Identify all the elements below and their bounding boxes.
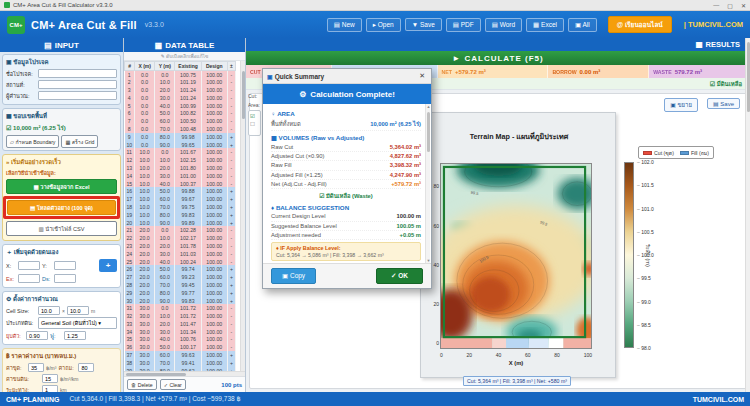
- table-row[interactable]: 1310.020.0101.80100.00-: [125, 164, 236, 172]
- create-grid-button[interactable]: ▦ สร้าง Grid: [61, 135, 98, 148]
- leftover-checkbox[interactable]: ☑ มีดินเหลือ: [710, 79, 742, 89]
- cell-x-input[interactable]: [38, 306, 60, 315]
- table-row[interactable]: 60.050.0100.82100.00-: [125, 109, 236, 117]
- table-vertical-scrollbar[interactable]: [240, 61, 245, 371]
- table-row[interactable]: 80.070.0100.48100.00-: [125, 125, 236, 133]
- table-row[interactable]: 3430.030.0101.34100.00-: [125, 328, 236, 336]
- table-row[interactable]: 50.040.0100.99100.00-: [125, 102, 236, 110]
- expand-map-button[interactable]: ▣ ขยาย: [664, 98, 698, 112]
- pdf-button[interactable]: ▤ PDF: [446, 18, 481, 32]
- table-row[interactable]: 2120.00.0102.28100.00-: [125, 226, 236, 234]
- distance-input[interactable]: [42, 385, 58, 392]
- area-checkbox[interactable]: ☑: [6, 125, 11, 131]
- all-button[interactable]: ▣ All: [568, 18, 597, 32]
- summary-row: พื้นที่ทั้งหมด10,000 m² (6.25 ไร่): [271, 118, 421, 131]
- dialog-footer: ▣ Copy ✓ OK: [263, 263, 431, 288]
- cell-y-input[interactable]: [67, 306, 89, 315]
- paste-excel-button[interactable]: ▦ วางข้อมูลจาก Excel: [6, 179, 117, 194]
- table-row[interactable]: 1510.040.0100.37100.00-: [125, 180, 236, 188]
- dialog-scrollbar[interactable]: ▲▼: [425, 104, 430, 263]
- table-row[interactable]: 1810.070.099.75100.00+: [125, 203, 236, 211]
- table-row[interactable]: 2010.090.099.89100.00+: [125, 219, 236, 227]
- table-row[interactable]: 40.030.0101.24100.00-: [125, 94, 236, 102]
- table-row[interactable]: 3330.020.0101.47100.00-: [125, 320, 236, 328]
- table-row[interactable]: 2920.080.099.77100.00+: [125, 289, 236, 297]
- table-row[interactable]: 30.020.0101.24100.00-: [125, 86, 236, 94]
- close-icon[interactable]: ✕: [741, 2, 746, 9]
- fill-price-input[interactable]: [78, 363, 94, 372]
- app-header: CM+ CM+ Area Cut & Fill v3.3.0 ▤ New▸ Op…: [0, 11, 750, 38]
- strip-borrow: BORROW0.00 m³: [548, 65, 649, 78]
- add-point-button[interactable]: +: [99, 259, 117, 272]
- import-csv-button[interactable]: ▥ นำเข้าไฟล์ CSV: [6, 221, 117, 236]
- table-row[interactable]: 1410.030.0101.00100.00-: [125, 172, 236, 180]
- minimize-icon[interactable]: —: [713, 2, 719, 9]
- table-row[interactable]: 3020.090.099.83100.00+: [125, 297, 236, 305]
- haul-price-input[interactable]: [42, 374, 58, 383]
- ok-button[interactable]: ✓ OK: [376, 268, 423, 284]
- set-boundary-button[interactable]: ▱ กำหนด Boundary: [6, 135, 59, 148]
- table-row[interactable]: 90.080.099.98100.00+: [125, 133, 236, 141]
- word-button[interactable]: ▤ Word: [485, 18, 522, 32]
- y-input[interactable]: [54, 261, 76, 270]
- col-header: Y (m): [155, 62, 175, 71]
- promo-button[interactable]: @ เรียนออนไลน์: [608, 16, 672, 33]
- terrain-contour-plot[interactable]: 100.5 99.5 99.5 020406080: [440, 163, 592, 349]
- table-row[interactable]: 2520.040.0100.24100.00-: [125, 258, 236, 266]
- table-row[interactable]: 1710.060.099.67100.00+: [125, 195, 236, 203]
- project-field-input-1[interactable]: [38, 80, 117, 89]
- table-row[interactable]: 20.010.0101.19100.00-: [125, 78, 236, 86]
- project-field-label: สถานที่:: [6, 81, 36, 89]
- existing-input[interactable]: [18, 274, 40, 283]
- table-row[interactable]: 2320.020.0101.78100.00-: [125, 242, 236, 250]
- brand-link[interactable]: TUMCIVIL.COM: [684, 20, 743, 29]
- x-tick: 60: [525, 352, 531, 358]
- load-sample-button[interactable]: ▤ โหลดตัวอย่าง (100 จุด): [7, 200, 116, 215]
- existing-label: Ex:: [6, 276, 16, 282]
- table-row[interactable]: 10.00.0100.75100.00-: [125, 71, 236, 79]
- copy-button[interactable]: ▣ Copy: [271, 268, 316, 284]
- clear-table-button[interactable]: ✓ Clear: [160, 379, 186, 390]
- table-row[interactable]: 2620.050.099.74100.00+: [125, 265, 236, 273]
- table-row[interactable]: 100.090.099.65100.00+: [125, 141, 236, 149]
- table-row[interactable]: 3830.070.099.41100.00+: [125, 359, 236, 367]
- cut-price-input[interactable]: [28, 363, 44, 372]
- col-header: X (m): [135, 62, 155, 71]
- table-row[interactable]: 70.060.0100.50100.00-: [125, 117, 236, 125]
- project-field-input-0[interactable]: [38, 69, 117, 78]
- excel-button[interactable]: ▦ Excel: [526, 18, 564, 32]
- delete-row-button[interactable]: 🗑 Delete: [127, 379, 157, 390]
- table-row[interactable]: 3630.050.0100.17100.00-: [125, 343, 236, 351]
- dialog-close-icon[interactable]: ✕: [417, 72, 427, 80]
- maximize-icon[interactable]: ▢: [727, 2, 733, 9]
- results-scrollbar[interactable]: [745, 38, 750, 392]
- table-row[interactable]: 1210.010.0102.15100.00-: [125, 156, 236, 164]
- table-row[interactable]: 2820.070.099.45100.00+: [125, 281, 236, 289]
- open-button[interactable]: ▸ Open: [366, 18, 401, 32]
- design-input[interactable]: [54, 274, 76, 283]
- table-horizontal-scrollbar[interactable]: [124, 371, 245, 376]
- shrink-input[interactable]: [26, 331, 48, 340]
- swell-input[interactable]: [64, 331, 86, 340]
- x-input[interactable]: [18, 261, 40, 270]
- new-button[interactable]: ▤ New: [327, 18, 362, 32]
- table-row[interactable]: 2220.010.0102.17100.00-: [125, 234, 236, 242]
- table-row[interactable]: 2420.030.0101.03100.00-: [125, 250, 236, 258]
- project-info-section: ▣ ข้อมูลโปรเจค ชื่อโปรเจค:สถานที่:ผู้คำน…: [2, 54, 121, 105]
- save-button[interactable]: ▼ Save: [405, 18, 442, 31]
- soil-type-select[interactable]: General Soil (ดินทั่วไป) ▾: [38, 317, 117, 329]
- table-row[interactable]: 3730.060.099.63100.00+: [125, 351, 236, 359]
- points-table[interactable]: #X (m)Y (m)ExistingDesign± 10.00.0100.75…: [124, 61, 236, 371]
- table-row[interactable]: 1610.050.099.88100.00+: [125, 187, 236, 195]
- project-field-input-2[interactable]: [38, 91, 117, 100]
- save-map-button[interactable]: ▤ Save: [707, 98, 740, 109]
- table-row[interactable]: 1110.00.0101.67100.00-: [125, 148, 236, 156]
- table-row[interactable]: 3530.040.0100.76100.00-: [125, 336, 236, 344]
- calculate-button[interactable]: ► CALCULATE (F5): [246, 51, 750, 65]
- table-row[interactable]: 3230.010.0101.72100.00-: [125, 312, 236, 320]
- map-legend: Cut (ขุด)Fill (ถม): [638, 146, 714, 159]
- table-row[interactable]: 2720.060.099.23100.00+: [125, 273, 236, 281]
- table-row[interactable]: 3130.00.0101.72100.00-: [125, 304, 236, 312]
- table-row[interactable]: 1910.080.099.83100.00+: [125, 211, 236, 219]
- x-label: X:: [6, 263, 16, 269]
